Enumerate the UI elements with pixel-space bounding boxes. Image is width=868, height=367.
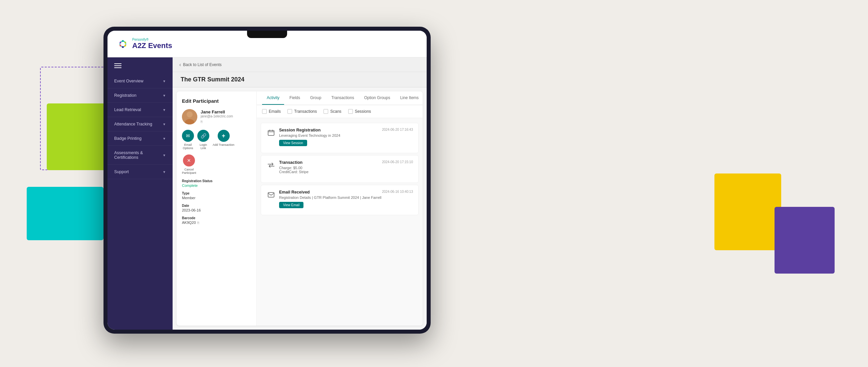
breadcrumb-back-button[interactable]: ‹ Back to List of Events (179, 62, 222, 68)
avatar-svg (182, 109, 197, 125)
decorative-teal-rect (27, 187, 103, 240)
hamburger-line-1 (114, 63, 122, 64)
date-field: Date 2023-06-16 (182, 204, 251, 212)
email-icon (267, 190, 276, 200)
transaction-detail: Charge: $5.00CreditCard: Stripe (279, 166, 308, 174)
tab-fields[interactable]: Fields (285, 92, 305, 105)
svg-rect-10 (268, 130, 274, 135)
sidebar-chevron-support: ▼ (163, 170, 166, 174)
activity-item-session-header: Session Registration Leveraging Event Te… (267, 128, 413, 146)
sidebar-item-registration-label: Registration (114, 93, 163, 98)
email-detail: Registration Details | GTR Platform Summ… (279, 196, 381, 200)
logo-a2z-label: A2Z Events (132, 41, 172, 50)
registration-status-value: Complete (182, 184, 251, 188)
filter-sessions[interactable]: Sessions (348, 109, 371, 114)
sidebar-item-lead-retrieval[interactable]: Lead Retrieval ▼ (107, 103, 173, 117)
barcode-value-row: AK9Q20 ⎘ (182, 221, 251, 225)
filter-scans-checkbox[interactable] (323, 109, 328, 114)
cancel-participant-label: CancelParticipant (182, 168, 196, 174)
sidebar-chevron-badge: ▼ (163, 137, 166, 140)
participant-panel-title: Edit Participant (182, 98, 251, 104)
sidebar-item-support[interactable]: Support ▼ (107, 165, 173, 179)
svg-point-2 (125, 41, 126, 43)
sidebar-item-badge-printing-label: Badge Printing (114, 136, 163, 141)
sidebar-item-registration[interactable]: Registration ▼ (107, 89, 173, 103)
decorative-purple-rect (775, 207, 835, 274)
transaction-icon (267, 161, 276, 170)
tab-line-items[interactable]: Line Items (396, 92, 423, 105)
action-buttons-row2: ✕ CancelParticipant (182, 155, 251, 174)
filter-transactions-checkbox[interactable] (287, 109, 292, 114)
activity-item-transaction-header: Transaction Charge: $5.00CreditCard: Str… (267, 160, 413, 176)
activity-item-transaction-left: Transaction Charge: $5.00CreditCard: Str… (267, 160, 308, 176)
date-value: 2023-06-16 (182, 208, 251, 212)
activity-item-session-left: Session Registration Leveraging Event Te… (267, 128, 340, 146)
activity-item-transaction: Transaction Charge: $5.00CreditCard: Str… (261, 155, 418, 183)
copy-barcode-icon[interactable]: ⎘ (197, 221, 199, 225)
hamburger-line-2 (114, 65, 122, 66)
action-buttons: ✉ EmailOptions 🔗 LoginLink + Add Transac… (182, 130, 251, 150)
type-label: Type (182, 192, 251, 195)
filter-emails[interactable]: Emails (262, 109, 281, 114)
add-transaction-label: Add Transaction (213, 143, 235, 146)
logo-area: Personify® A2Z Events (117, 38, 172, 50)
sidebar-item-assessments[interactable]: Assessments & Certifications ▼ (107, 146, 173, 165)
type-field: Type Member (182, 192, 251, 200)
participant-area: Edit Participant (177, 92, 423, 326)
filter-transactions[interactable]: Transactions (287, 109, 317, 114)
session-detail: Leveraging Event Technology in 2024 (279, 133, 340, 137)
logo-text: Personify® A2Z Events (132, 38, 172, 50)
tab-group[interactable]: Group (306, 92, 326, 105)
tab-option-groups[interactable]: Option Groups (360, 92, 395, 105)
add-transaction-button[interactable]: + Add Transaction (213, 130, 235, 150)
svg-point-8 (187, 111, 193, 118)
sidebar-item-attendance-tracking[interactable]: Attendance Tracking ▼ (107, 117, 173, 131)
sidebar-item-event-overview[interactable]: Event Overview ▼ (107, 74, 173, 89)
breadcrumb-bar: ‹ Back to List of Events (173, 57, 427, 72)
type-value: Member (182, 196, 251, 200)
breadcrumb-back-label: Back to List of Events (183, 62, 221, 67)
tab-activity[interactable]: Activity (262, 92, 284, 105)
filter-transactions-label: Transactions (294, 109, 317, 114)
filter-emails-checkbox[interactable] (262, 109, 267, 114)
sidebar-item-lead-retrieval-label: Lead Retrieval (114, 107, 163, 112)
filter-sessions-checkbox[interactable] (348, 109, 353, 114)
email-title: Email Received (279, 190, 381, 195)
filter-scans-label: Scans (330, 109, 341, 114)
camera-bar (247, 31, 287, 38)
sidebar-chevron-assessments: ▼ (163, 154, 166, 157)
event-title: The GTR Summit 2024 (173, 72, 427, 88)
view-session-button[interactable]: View Session (279, 140, 307, 146)
login-link-button[interactable]: 🔗 LoginLink (197, 130, 209, 150)
barcode-value: AK9Q20 (182, 221, 196, 225)
decorative-yellow-rect (714, 173, 781, 250)
participant-name: Jane Farrell (200, 109, 251, 114)
registration-status-field: Registration Status Complete (182, 179, 251, 188)
session-title: Session Registration (279, 128, 340, 132)
transaction-info: Transaction Charge: $5.00CreditCard: Str… (279, 160, 308, 176)
hamburger-button[interactable] (107, 57, 173, 74)
email-options-icon: ✉ (182, 130, 194, 142)
view-email-button[interactable]: View Email (279, 202, 304, 208)
filter-scans[interactable]: Scans (323, 109, 341, 114)
activity-item-session: Session Registration Leveraging Event Te… (261, 123, 418, 153)
copy-email-icon[interactable]: ⎘ (200, 120, 203, 124)
email-options-button[interactable]: ✉ EmailOptions (182, 130, 194, 150)
activity-item-email-header: Email Received Registration Details | GT… (267, 190, 413, 208)
sidebar-chevron-lead-retrieval: ▼ (163, 108, 166, 112)
activity-item-email: Email Received Registration Details | GT… (261, 185, 418, 215)
svg-point-4 (122, 46, 124, 48)
sidebar-item-badge-printing[interactable]: Badge Printing ▼ (107, 131, 173, 146)
participant-profile: Jane Farrell jane@a-1electric.com ⎘ (182, 109, 251, 125)
logo-icon (117, 38, 129, 50)
sidebar-item-assessments-label: Assessments & Certifications (114, 151, 163, 160)
session-calendar-icon (267, 128, 276, 137)
tab-transactions[interactable]: Transactions (327, 92, 359, 105)
email-info: Email Received Registration Details | GT… (279, 190, 381, 208)
svg-point-6 (120, 41, 121, 43)
participant-right-panel: Activity Fields Group Transactions Optio… (257, 92, 423, 326)
cancel-participant-button[interactable]: ✕ CancelParticipant (182, 155, 196, 174)
date-label: Date (182, 204, 251, 207)
transaction-title: Transaction (279, 160, 308, 165)
avatar-face (182, 109, 197, 125)
